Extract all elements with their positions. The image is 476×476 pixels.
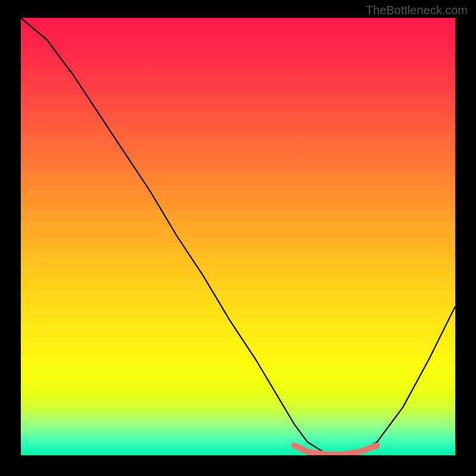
bottleneck-curve — [21, 18, 455, 455]
watermark-text: TheBottleneck.com — [366, 4, 468, 17]
accent-segment — [295, 446, 377, 455]
chart-svg — [21, 18, 455, 455]
chart-gradient-background — [21, 18, 455, 455]
